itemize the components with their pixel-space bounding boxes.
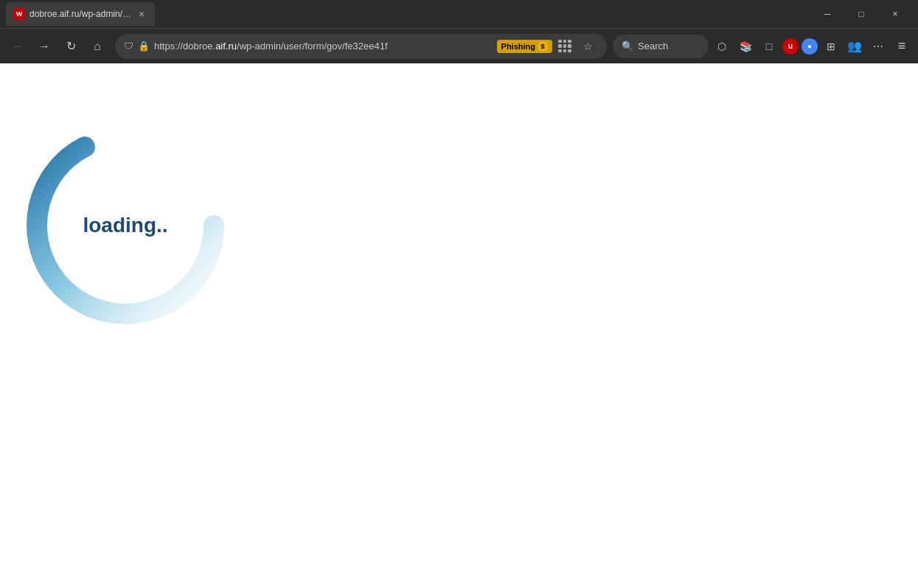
nav-bar: ← → ↻ ⌂ 🛡 🔒 https://dobroe.aif.ru/wp-adm… — [0, 28, 918, 63]
tab-title: dobroe.aif.ru/wp-admin/… — [29, 9, 131, 19]
bookmark-icon[interactable]: ☆ — [577, 36, 598, 57]
phishing-badge: Phishing $ — [497, 40, 552, 53]
phishing-label: Phishing — [501, 42, 535, 51]
search-text: Search — [638, 41, 668, 52]
back-button[interactable]: ← — [6, 35, 29, 58]
grid-icon[interactable] — [557, 38, 573, 55]
forward-button[interactable]: → — [32, 35, 56, 58]
ext-grid-button[interactable]: ⊞ — [821, 36, 841, 57]
people-icon[interactable]: 👥 — [844, 36, 865, 57]
library-button[interactable]: 📚 — [735, 36, 756, 57]
coin-icon: $ — [538, 41, 548, 52]
loading-container: loading.. — [22, 122, 243, 358]
tab-view-button[interactable]: □ — [759, 36, 779, 57]
minimize-button[interactable]: ─ — [810, 0, 844, 28]
address-bar[interactable]: 🛡 🔒 https://dobroe.aif.ru/wp-admin/user/… — [115, 34, 607, 59]
ext-red-icon[interactable]: u — [782, 38, 799, 55]
page-content: loading.. — [0, 63, 918, 588]
extension-button-1[interactable]: ⬡ — [712, 36, 732, 57]
maximize-button[interactable]: □ — [844, 0, 878, 28]
spinner-ring: loading.. — [22, 122, 229, 329]
close-button[interactable]: × — [878, 0, 912, 28]
loading-text: loading.. — [83, 214, 167, 237]
home-button[interactable]: ⌂ — [86, 35, 109, 58]
search-icon: 🔍 — [622, 41, 633, 52]
browser-tab[interactable]: W dobroe.aif.ru/wp-admin/… × — [6, 2, 155, 26]
tab-close-button[interactable]: × — [136, 8, 147, 20]
more-button[interactable]: ⋯ — [868, 36, 889, 57]
shield-icon: 🛡 — [124, 41, 133, 52]
menu-button[interactable]: ≡ — [891, 36, 912, 57]
url-display: https://dobroe.aif.ru/wp-admin/user/form… — [154, 41, 493, 52]
title-bar: W dobroe.aif.ru/wp-admin/… × ─ □ × — [0, 0, 918, 28]
reload-button[interactable]: ↻ — [59, 35, 83, 58]
search-bar[interactable]: 🔍 Search — [613, 35, 709, 58]
tab-favicon: W — [13, 8, 25, 20]
window-controls: ─ □ × — [810, 0, 912, 28]
lock-icon: 🔒 — [138, 41, 150, 52]
ext-blue-icon[interactable]: ● — [801, 38, 818, 55]
extensions-area: ⬡ 📚 □ u ● ⊞ 👥 ⋯ ≡ — [712, 36, 912, 57]
